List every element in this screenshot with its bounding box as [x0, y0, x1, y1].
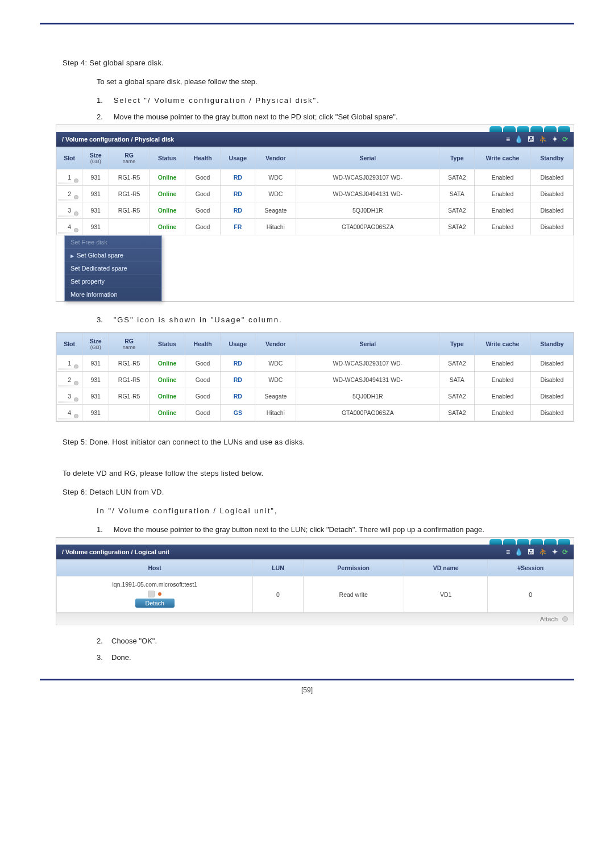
sparkle-icon[interactable]: ✦ [552, 548, 558, 556]
water-icon[interactable]: 💧 [515, 548, 523, 556]
col-lun: LUN [253, 560, 303, 576]
col-type: Type [439, 147, 475, 169]
col-status: Status [150, 333, 185, 355]
save-icon[interactable]: 🖫 [528, 135, 534, 143]
step4-item-1: 1. Select "/ Volume configuration / Phys… [97, 96, 574, 105]
table-row: 3931RG1-R5OnlineGoodRDSeagate5QJ0DH1RSAT… [57, 202, 574, 219]
col-health: Health [185, 333, 221, 355]
host-cell[interactable]: iqn.1991-05.com.microsoft:test1Detach [57, 576, 253, 613]
menu-item-set-property[interactable]: Set property [65, 275, 161, 288]
sparkle-icon[interactable]: ✦ [552, 135, 558, 143]
col-health: Health [185, 147, 221, 169]
col-serial: Serial [296, 333, 439, 355]
slot-cell[interactable]: 1 [57, 169, 82, 186]
step4-lead: To set a global spare disk, please follo… [97, 77, 574, 86]
status-dot [158, 592, 161, 596]
page-number: [59] [40, 686, 574, 694]
col-serial: Serial [296, 147, 439, 169]
step4-item-3: 3. "GS" icon is shown in "Usage" column. [97, 315, 574, 324]
attach-bar: Attach [56, 613, 574, 625]
col-vdname: VD name [404, 560, 488, 576]
step6-item-3: 3.Done. [97, 653, 574, 662]
col-slot: Slot [57, 333, 82, 355]
step6-item-2: 2.Choose "OK". [97, 637, 574, 645]
step6-lead: In "/ Volume configuration / Logical uni… [97, 506, 574, 515]
col-writecache: Write cache [475, 333, 531, 355]
col-slot: Slot [57, 147, 82, 169]
delete-intro: To delete VD and RG, please follow the s… [63, 469, 574, 477]
col-vendor: Vendor [255, 333, 296, 355]
save-icon[interactable]: 🖫 [528, 548, 534, 556]
table-row: 1931RG1-R5OnlineGoodRDWDCWD-WCASJ0293107… [57, 355, 574, 372]
slot-cell[interactable]: 4 [57, 405, 82, 421]
menu-item-set-global-spare[interactable]: Set Global spare [65, 248, 161, 261]
col-size: Size(GB) [82, 147, 109, 169]
person-icon[interactable]: ⛹ [539, 548, 547, 556]
table-row: 4931OnlineGoodFRHitachiGTA000PAG06SZASAT… [57, 219, 574, 235]
refresh-icon[interactable]: ⟳ [562, 548, 568, 556]
logical-unit-shot: / Volume configuration / Logical unit ≡ … [56, 537, 574, 625]
step6-title: Step 6: Detach LUN from VD. [63, 488, 574, 496]
table-row: 2931RG1-R5OnlineGoodRDWDCWD-WCASJ0494131… [57, 186, 574, 202]
step4-title: Step 4: Set global spare disk. [63, 59, 574, 67]
col-type: Type [439, 333, 475, 355]
col-standby: Standby [530, 147, 573, 169]
slot-cell[interactable]: 4 [57, 219, 82, 235]
refresh-icon[interactable]: ⟳ [562, 135, 568, 143]
slot-cell[interactable]: 2 [57, 372, 82, 388]
lun-menu-button[interactable] [148, 591, 155, 597]
col-size: Size(GB) [82, 333, 109, 355]
table-row: 1931RG1-R5OnlineGoodRDWDCWD-WCASJ0293107… [57, 169, 574, 186]
physical-disk-table: SlotSize(GB)RGnameStatusHealthUsageVendo… [56, 147, 574, 235]
menu-item-more-information[interactable]: More information [65, 288, 161, 301]
attach-button[interactable] [562, 616, 568, 622]
list-icon[interactable]: ≡ [506, 548, 510, 556]
col-session: #Session [488, 560, 574, 576]
col-status: Status [150, 147, 185, 169]
slot-cell[interactable]: 3 [57, 388, 82, 405]
col-vendor: Vendor [255, 147, 296, 169]
slot-cell[interactable]: 2 [57, 186, 82, 202]
menu-item-set-dedicated-spare[interactable]: Set Dedicated spare [65, 261, 161, 275]
titlebar-icons: ≡ 💧 🖫 ⛹ ✦ ⟳ [506, 548, 568, 556]
col-rg: RGname [109, 147, 150, 169]
step4-item-2: 2. Move the mouse pointer to the gray bu… [97, 113, 574, 121]
logical-unit-table: HostLUNPermissionVD name#Sessioniqn.1991… [56, 559, 574, 613]
col-rg: RGname [109, 333, 150, 355]
attach-label[interactable]: Attach [540, 616, 558, 622]
col-host: Host [57, 560, 253, 576]
slot-cell[interactable]: 3 [57, 202, 82, 219]
col-usage: Usage [221, 333, 255, 355]
col-usage: Usage [221, 147, 255, 169]
physical-disk-shot: / Volume configuration / Physical disk ≡… [56, 124, 574, 302]
water-icon[interactable]: 💧 [515, 135, 523, 143]
breadcrumb: / Volume configuration / Physical disk [62, 136, 174, 143]
col-standby: Standby [530, 333, 573, 355]
titlebar-icons: ≡ 💧 🖫 ⛹ ✦ ⟳ [506, 135, 568, 143]
person-icon[interactable]: ⛹ [539, 135, 547, 143]
physical-disk-table-after: SlotSize(GB)RGnameStatusHealthUsageVendo… [56, 333, 574, 421]
physical-disk-shot-after: SlotSize(GB)RGnameStatusHealthUsageVendo… [56, 332, 574, 422]
menu-item-set-free-disk[interactable]: Set Free disk [65, 236, 161, 248]
table-row: iqn.1991-05.com.microsoft:test1Detach0Re… [57, 576, 574, 613]
step6-item-1: 1. Move the mouse pointer to the gray bu… [97, 525, 574, 534]
list-icon[interactable]: ≡ [506, 135, 510, 143]
table-row: 4931OnlineGoodGSHitachiGTA000PAG06SZASAT… [57, 405, 574, 421]
col-permission: Permission [303, 560, 404, 576]
breadcrumb: / Volume configuration / Logical unit [62, 549, 169, 555]
slot-context-menu[interactable]: Set Free diskSet Global spareSet Dedicat… [64, 235, 162, 301]
table-row: 3931RG1-R5OnlineGoodRDSeagate5QJ0DH1RSAT… [57, 388, 574, 405]
table-row: 2931RG1-R5OnlineGoodRDWDCWD-WCASJ0494131… [57, 372, 574, 388]
col-writecache: Write cache [475, 147, 531, 169]
step5-title: Step 5: Done. Host initiator can connect… [63, 438, 574, 446]
slot-cell[interactable]: 1 [57, 355, 82, 372]
detach-button[interactable]: Detach [135, 599, 175, 608]
